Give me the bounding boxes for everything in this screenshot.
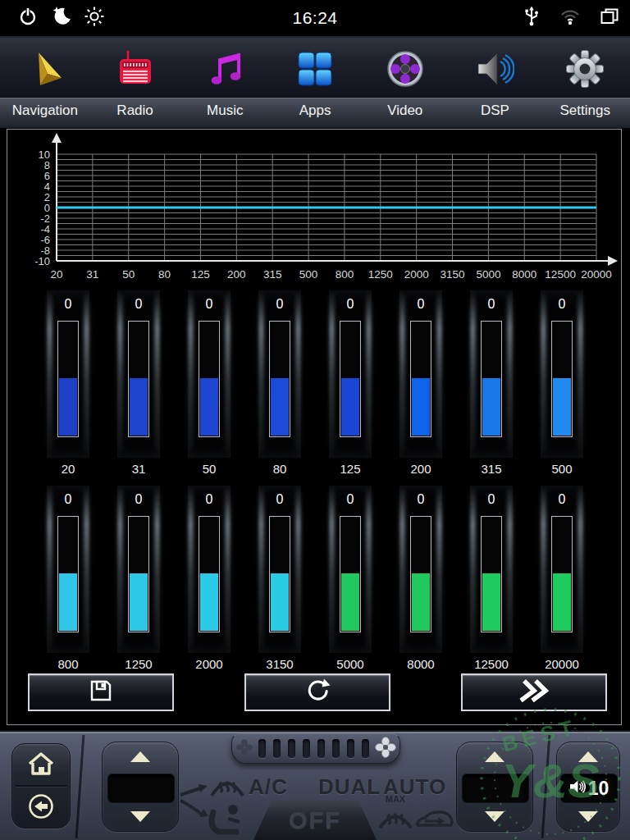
eq-band-frequency-label: 8000 <box>407 657 434 671</box>
driver-temp-display <box>108 774 174 802</box>
svg-text:20: 20 <box>50 268 62 281</box>
eq-band-track[interactable] <box>410 321 431 437</box>
eq-band-500: 0500 <box>541 290 583 476</box>
dual-button[interactable]: DUAL <box>318 774 381 800</box>
eq-band-fill <box>200 378 218 436</box>
eq-band-12500: 012500 <box>470 486 513 671</box>
recirculation-car-icon[interactable] <box>413 806 454 837</box>
passenger-temp-up-button[interactable] <box>485 751 504 762</box>
eq-band-track[interactable] <box>340 321 361 437</box>
nav-label: Navigation <box>12 95 78 126</box>
eq-band-track[interactable] <box>340 516 361 632</box>
eq-band-track[interactable] <box>269 321 290 437</box>
eq-band-slider-20[interactable]: 0 <box>47 290 89 458</box>
eq-band-track[interactable] <box>57 516 79 632</box>
svg-text:20000: 20000 <box>581 268 612 281</box>
fan-level-slot <box>317 739 325 758</box>
off-label: OFF <box>289 807 341 834</box>
eq-band-frequency-label: 31 <box>132 462 146 476</box>
eq-band-slider-800[interactable]: 0 <box>47 486 89 653</box>
eq-band-track[interactable] <box>199 516 220 632</box>
eq-band-slider-3150[interactable]: 0 <box>258 486 301 653</box>
save-button[interactable] <box>28 673 174 711</box>
nav-item-dsp[interactable]: DSP <box>450 38 541 128</box>
next-button[interactable] <box>461 673 607 711</box>
eq-band-slider-31[interactable]: 0 <box>117 290 160 458</box>
eq-band-fill <box>271 573 289 631</box>
eq-band-slider-8000[interactable]: 0 <box>399 486 442 653</box>
passenger-temp-down-button[interactable] <box>485 811 504 822</box>
eq-band-slider-315[interactable]: 0 <box>470 290 513 458</box>
svg-text:800: 800 <box>336 268 354 281</box>
svg-text:31: 31 <box>86 268 98 281</box>
eq-band-125: 0125 <box>329 290 372 476</box>
nav-bar: Navigation Radio Music Apps Video <box>0 38 630 128</box>
eq-band-slider-1250[interactable]: 0 <box>117 486 160 653</box>
nav-item-navigation[interactable]: Navigation <box>0 38 90 128</box>
defrost-windshield-icon[interactable] <box>208 769 246 802</box>
recent-windows-icon[interactable] <box>599 7 620 30</box>
ac-button[interactable]: A/C <box>249 774 288 800</box>
seat-airflow-icon[interactable] <box>203 802 246 840</box>
svg-text:8000: 8000 <box>512 268 536 281</box>
climate-off-button[interactable]: OFF <box>253 801 377 840</box>
driver-temp-down-button[interactable] <box>130 811 150 822</box>
driver-temp-up-button[interactable] <box>130 751 150 762</box>
eq-band-track[interactable] <box>128 321 149 437</box>
home-button[interactable] <box>12 744 70 786</box>
eq-band-800: 0800 <box>47 486 89 671</box>
max-defrost-button[interactable]: MAX <box>373 794 418 833</box>
eq-band-track[interactable] <box>551 321 573 437</box>
eq-band-fill <box>271 378 289 436</box>
eq-band-slider-50[interactable]: 0 <box>188 290 231 458</box>
volume-up-button[interactable] <box>578 751 598 762</box>
eq-band-slider-80[interactable]: 0 <box>258 290 301 458</box>
eq-band-slider-125[interactable]: 0 <box>329 290 372 458</box>
nav-item-settings[interactable]: Settings <box>540 38 630 128</box>
eq-band-track[interactable] <box>199 321 220 437</box>
reset-button[interactable] <box>244 673 390 711</box>
eq-band-track[interactable] <box>57 321 79 437</box>
eq-band-slider-5000[interactable]: 0 <box>329 486 372 653</box>
nav-item-music[interactable]: Music <box>180 38 270 128</box>
eq-band-slider-200[interactable]: 0 <box>399 290 442 458</box>
eq-band-slider-12500[interactable]: 0 <box>470 486 513 653</box>
eq-band-fill <box>130 573 148 631</box>
refresh-arrow-icon <box>304 678 331 707</box>
eq-band-track[interactable] <box>481 516 502 632</box>
climate-control-bar: A/C DUAL AUTO OFF MAX 10 <box>0 730 630 840</box>
eq-band-fill <box>412 378 430 436</box>
fan-high-icon <box>375 737 396 761</box>
eq-band-track[interactable] <box>551 516 573 632</box>
svg-text:12500: 12500 <box>545 268 576 281</box>
fan-level-slot <box>347 739 354 758</box>
eq-band-fill <box>341 573 359 631</box>
eq-band-track[interactable] <box>481 321 502 437</box>
eq-band-track[interactable] <box>410 516 431 632</box>
eq-band-slider-20000[interactable]: 0 <box>541 486 583 653</box>
svg-text:3150: 3150 <box>441 268 465 281</box>
navigation-arrow-icon <box>25 43 65 95</box>
eq-band-frequency-label: 125 <box>340 462 360 476</box>
eq-band-315: 0315 <box>470 290 513 476</box>
eq-band-track[interactable] <box>269 516 290 632</box>
wifi-icon <box>559 7 581 30</box>
eq-band-value: 0 <box>399 297 442 312</box>
nav-item-video[interactable]: Video <box>360 38 450 128</box>
eq-band-value: 0 <box>258 492 301 507</box>
nav-item-radio[interactable]: Radio <box>90 38 180 128</box>
nav-label: Video <box>387 95 422 126</box>
nav-item-apps[interactable]: Apps <box>270 38 360 128</box>
eq-band-value: 0 <box>117 492 160 507</box>
eq-band-8000: 08000 <box>399 486 442 671</box>
volume-down-button[interactable] <box>578 811 598 822</box>
eq-band-track[interactable] <box>128 516 149 632</box>
home-icon <box>26 750 56 781</box>
back-button[interactable] <box>12 787 70 829</box>
eq-band-slider-500[interactable]: 0 <box>541 290 583 458</box>
driver-temp-stepper <box>102 742 179 832</box>
fan-level-slot <box>288 739 295 758</box>
double-chevron-right-icon <box>519 678 549 706</box>
eq-band-slider-2000[interactable]: 0 <box>188 486 231 653</box>
fan-speed-indicator[interactable] <box>231 733 400 764</box>
